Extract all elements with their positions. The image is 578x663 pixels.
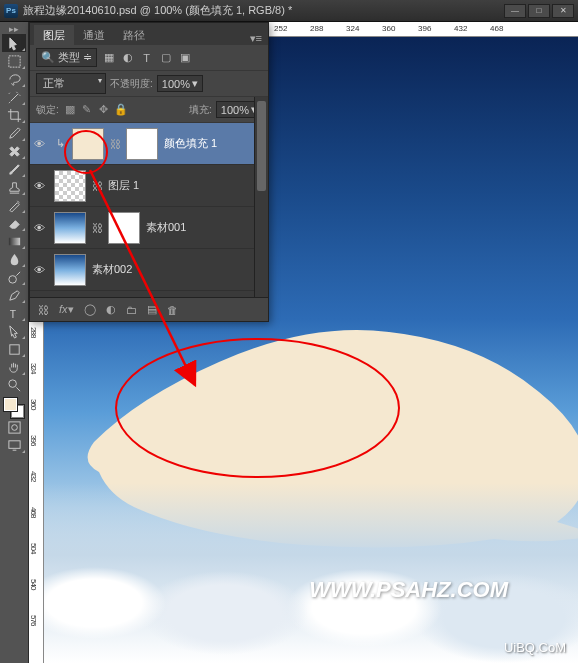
opacity-label: 不透明度: (110, 77, 153, 91)
minimize-button[interactable]: — (504, 4, 526, 18)
layer-name[interactable]: 素材002 (92, 262, 132, 277)
lock-all-icon[interactable]: 🔒 (114, 103, 128, 117)
svg-rect-1 (8, 237, 19, 245)
svg-rect-8 (8, 440, 19, 448)
stamp-tool[interactable] (2, 178, 26, 196)
panel-scrollbar[interactable] (254, 97, 268, 297)
filter-adjust-icon[interactable]: ◐ (120, 50, 135, 65)
visibility-icon[interactable]: 👁 (34, 222, 48, 234)
adjustment-icon[interactable]: ◐ (106, 303, 116, 316)
layer-name[interactable]: 图层 1 (108, 178, 139, 193)
layer-thumb[interactable] (54, 170, 86, 202)
link-icon[interactable]: ⛓ (92, 222, 102, 234)
watermark-secondary: UiBQ.CoM (504, 640, 566, 655)
lock-transparent-icon[interactable]: ▩ (63, 103, 77, 117)
eraser-tool[interactable] (2, 214, 26, 232)
gradient-tool[interactable] (2, 232, 26, 250)
svg-point-5 (8, 379, 16, 387)
foreground-color[interactable] (4, 398, 17, 411)
fill-label: 填充: (189, 103, 212, 117)
pen-tool[interactable] (2, 286, 26, 304)
svg-rect-0 (8, 55, 19, 66)
type-tool[interactable]: T (2, 304, 26, 322)
filter-smart-icon[interactable]: ▣ (177, 50, 192, 65)
svg-text:T: T (9, 309, 16, 320)
lock-label: 锁定: (36, 103, 59, 117)
layer-thumb[interactable] (54, 254, 86, 286)
tab-paths[interactable]: 路径 (114, 25, 154, 45)
visibility-icon[interactable]: 👁 (34, 138, 48, 150)
blur-tool[interactable] (2, 250, 26, 268)
lock-position-icon[interactable]: ✥ (97, 103, 111, 117)
mask-thumb[interactable] (108, 212, 140, 244)
filter-shape-icon[interactable]: ▢ (158, 50, 173, 65)
svg-rect-6 (8, 421, 19, 432)
close-button[interactable]: ✕ (552, 4, 574, 18)
layer-name[interactable]: 素材001 (146, 220, 186, 235)
quickmask-toggle[interactable] (2, 418, 26, 436)
visibility-icon[interactable]: 👁 (34, 264, 48, 276)
filter-type-icon[interactable]: T (139, 50, 154, 65)
maximize-button[interactable]: □ (528, 4, 550, 18)
toolbox-collapse[interactable]: ▸▸ (9, 24, 19, 34)
layer-row[interactable]: 👁 ⛓ 图层 1 (30, 165, 268, 207)
marquee-tool[interactable] (2, 52, 26, 70)
color-swatches[interactable] (4, 398, 24, 418)
eyedropper-tool[interactable] (2, 124, 26, 142)
annotation-circle (64, 130, 108, 174)
ps-logo: Ps (4, 4, 18, 18)
wand-tool[interactable] (2, 88, 26, 106)
titlebar: Ps 旅程边缘20140610.psd @ 100% (颜色填充 1, RGB/… (0, 0, 578, 22)
shape-tool[interactable] (2, 340, 26, 358)
hand-tool[interactable] (2, 358, 26, 376)
layer-name[interactable]: 颜色填充 1 (164, 136, 217, 151)
new-layer-icon[interactable]: ▤ (147, 303, 157, 316)
layer-thumb[interactable] (54, 212, 86, 244)
clouds (44, 483, 578, 663)
blend-mode-select[interactable]: 正常 (36, 73, 106, 94)
mask-icon[interactable]: ◯ (84, 303, 96, 316)
brush-tool[interactable] (2, 160, 26, 178)
link-icon[interactable]: ⛓ (92, 180, 102, 192)
group-icon[interactable]: 🗀 (126, 304, 137, 316)
tab-layers[interactable]: 图层 (34, 25, 74, 45)
fx-icon[interactable]: fx▾ (59, 303, 74, 316)
move-tool[interactable] (2, 34, 26, 52)
panel-footer: ⛓ fx▾ ◯ ◐ 🗀 ▤ 🗑 (30, 297, 268, 321)
toolbox: ▸▸ T (0, 22, 29, 663)
link-icon[interactable]: ⛓ (110, 138, 120, 150)
tab-channels[interactable]: 通道 (74, 25, 114, 45)
path-select-tool[interactable] (2, 322, 26, 340)
svg-point-7 (11, 424, 17, 430)
screenmode-toggle[interactable] (2, 436, 26, 454)
lock-pixels-icon[interactable]: ✎ (80, 103, 94, 117)
layers-panel: 图层 通道 路径 ▾≡ 🔍 类型 ≑ ▦ ◐ T ▢ ▣ 正常 不透明度: 10… (29, 22, 269, 322)
mask-thumb[interactable] (126, 128, 158, 160)
watermark-text: WWW.PSAHZ.COM (309, 577, 508, 603)
link-layers-icon[interactable]: ⛓ (38, 304, 49, 316)
zoom-tool[interactable] (2, 376, 26, 394)
trash-icon[interactable]: 🗑 (167, 304, 178, 316)
panel-menu-icon[interactable]: ▾≡ (244, 32, 268, 45)
svg-rect-4 (9, 344, 18, 353)
crop-tool[interactable] (2, 106, 26, 124)
layer-row[interactable]: 👁 素材002 (30, 249, 268, 291)
visibility-icon[interactable]: 👁 (34, 180, 48, 192)
lasso-tool[interactable] (2, 70, 26, 88)
svg-point-2 (8, 275, 16, 283)
history-brush-tool[interactable] (2, 196, 26, 214)
opacity-input[interactable]: 100% ▾ (157, 75, 203, 92)
panel-tabs: 图层 通道 路径 ▾≡ (30, 23, 268, 45)
layer-filter-kind[interactable]: 🔍 类型 ≑ (36, 48, 97, 67)
annotation-ellipse (115, 338, 400, 478)
filter-pixel-icon[interactable]: ▦ (101, 50, 116, 65)
heal-tool[interactable] (2, 142, 26, 160)
layer-row[interactable]: 👁 ⛓ 素材001 (30, 207, 268, 249)
document-title: 旅程边缘20140610.psd @ 100% (颜色填充 1, RGB/8) … (23, 3, 504, 18)
dodge-tool[interactable] (2, 268, 26, 286)
